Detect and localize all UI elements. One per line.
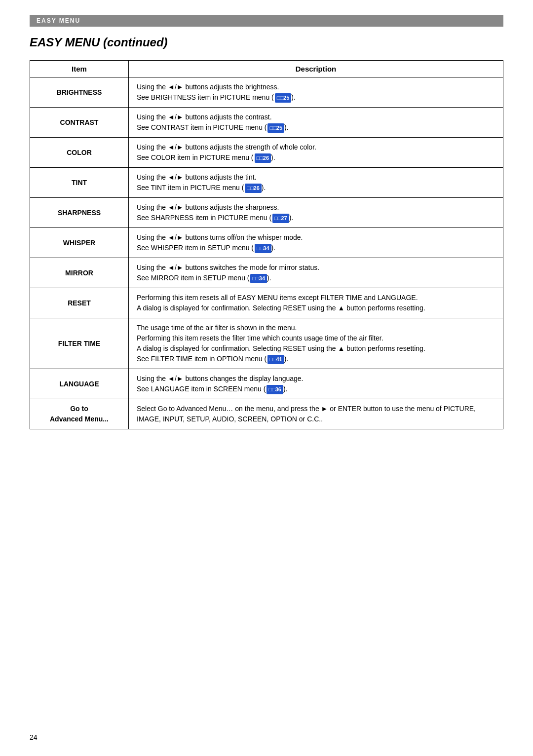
page-ref-icon: □□25 <box>267 123 284 133</box>
table-cell-item: TINT <box>30 168 129 198</box>
col-header-description: Description <box>129 61 503 77</box>
table-cell-item: LANGUAGE <box>30 369 129 399</box>
page-ref-icon: □□34 <box>255 244 271 253</box>
table-cell-item: WHISPER <box>30 228 129 258</box>
table-cell-description: Select Go to Advanced Menu… on the menu,… <box>129 399 503 429</box>
table-row: WHISPERUsing the ◄/► buttons turns off/o… <box>30 228 503 258</box>
page-ref-icon: □□26 <box>245 184 262 193</box>
page-ref-icon: □□36 <box>266 385 283 394</box>
page-ref-icon: □□27 <box>272 214 289 223</box>
table-cell-item: FILTER TIME <box>30 318 129 369</box>
header-bar: EASY MENU <box>30 15 503 27</box>
table-cell-description: Using the ◄/► buttons adjusts the sharpn… <box>129 198 503 228</box>
table-cell-item: RESET <box>30 288 129 318</box>
table-row: SHARPNESSUsing the ◄/► buttons adjusts t… <box>30 198 503 228</box>
page-ref-icon: □□34 <box>250 274 267 283</box>
table-cell-description: Using the ◄/► buttons changes the displa… <box>129 369 503 399</box>
table-row: LANGUAGEUsing the ◄/► buttons changes th… <box>30 369 503 399</box>
table-cell-item: MIRROR <box>30 258 129 288</box>
page-ref-icon: □□26 <box>255 153 271 163</box>
table-row: FILTER TIMEThe usage time of the air fil… <box>30 318 503 369</box>
table-row: RESETPerforming this item resets all of … <box>30 288 503 318</box>
table-row: TINTUsing the ◄/► buttons adjusts the ti… <box>30 168 503 198</box>
table-row: Go toAdvanced Menu...Select Go to Advanc… <box>30 399 503 429</box>
page-title: EASY MENU (continued) <box>30 36 503 49</box>
table-cell-description: Using the ◄/► buttons adjusts the contra… <box>129 108 503 138</box>
table-cell-item: BRIGHTNESS <box>30 77 129 108</box>
table-row: BRIGHTNESSUsing the ◄/► buttons adjusts … <box>30 77 503 108</box>
page-number: 24 <box>30 733 38 741</box>
table-cell-description: The usage time of the air filter is show… <box>129 318 503 369</box>
table-cell-item: SHARPNESS <box>30 198 129 228</box>
page-ref-icon: □□41 <box>267 355 284 364</box>
page-container: EASY MENU EASY MENU (continued) Item Des… <box>0 0 533 756</box>
table-cell-description: Using the ◄/► buttons adjusts the bright… <box>129 77 503 108</box>
header-label: EASY MENU <box>37 17 80 24</box>
col-header-item: Item <box>30 61 129 77</box>
table-cell-item: COLOR <box>30 138 129 168</box>
main-table: Item Description BRIGHTNESSUsing the ◄/►… <box>30 60 503 429</box>
table-cell-item: Go toAdvanced Menu... <box>30 399 129 429</box>
table-row: MIRRORUsing the ◄/► buttons switches the… <box>30 258 503 288</box>
table-cell-description: Using the ◄/► buttons switches the mode … <box>129 258 503 288</box>
table-cell-description: Performing this item resets all of EASY … <box>129 288 503 318</box>
table-cell-item: CONTRAST <box>30 108 129 138</box>
table-cell-description: Using the ◄/► buttons adjusts the tint.S… <box>129 168 503 198</box>
table-header-row: Item Description <box>30 61 503 77</box>
table-row: CONTRASTUsing the ◄/► buttons adjusts th… <box>30 108 503 138</box>
page-ref-icon: □□25 <box>275 93 292 103</box>
table-row: COLORUsing the ◄/► buttons adjusts the s… <box>30 138 503 168</box>
table-cell-description: Using the ◄/► buttons turns off/on the w… <box>129 228 503 258</box>
table-cell-description: Using the ◄/► buttons adjusts the streng… <box>129 138 503 168</box>
